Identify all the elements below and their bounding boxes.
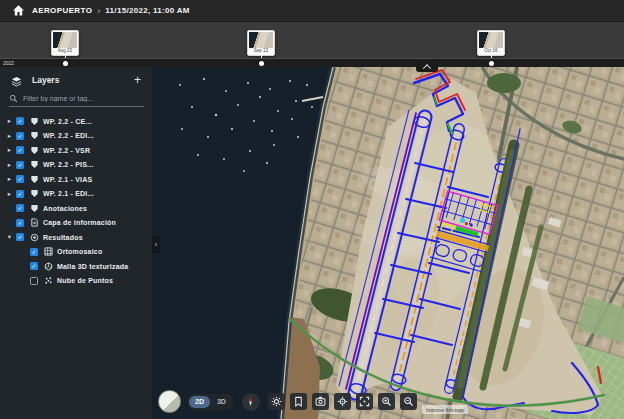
layer-checkbox[interactable]: ✓ [16,146,24,154]
layer-label: WP. 2.1 - EDI... [43,190,94,197]
layer-label: Anotaciones [43,205,87,212]
locate-button[interactable] [334,393,351,410]
locate-icon [337,396,348,407]
timeline-point-oct-16[interactable] [489,61,494,66]
layers-panel: Layers + ▸✓WP. 2.2 - CE...▸✓WP. 2.2 - ED… [0,67,152,419]
layer-icon [30,189,39,198]
map-canvas[interactable]: Improve this map [152,67,624,419]
zoom-in-button[interactable] [378,393,395,410]
layer-item-anotaciones[interactable]: ✓Anotaciones [0,201,152,216]
chevron-up-icon [423,64,431,72]
chevron-down-icon[interactable]: ▾ [5,233,14,241]
layer-checkbox[interactable]: ✓ [16,233,24,241]
layers-panel-title: Layers [32,75,59,85]
compass-icon [245,396,256,407]
timeline-track[interactable]: 2022 [0,58,624,67]
layer-label: WP. 2.2 - EDI... [43,132,94,139]
layer-item-nube-de-puntos[interactable]: Nube de Puntos [0,274,152,289]
layer-label: Nube de Puntos [57,277,113,284]
layer-checkbox[interactable]: ✓ [16,161,24,169]
map-attribution[interactable]: Improve this map [422,405,468,414]
satellite-map [152,67,624,419]
layer-item-wp-2-2-ce[interactable]: ▸✓WP. 2.2 - CE... [0,114,152,129]
add-layer-button[interactable]: + [132,75,143,85]
chevron-right-icon[interactable]: ▸ [5,175,14,183]
snapshot-card-sep-13[interactable]: Sep 13 [247,30,275,56]
layer-item-wp-2-1-vias[interactable]: ▸✓WP. 2.1 - VIAS [0,172,152,187]
mode-3d-button[interactable]: 3D [211,396,232,408]
basemap-toggle-button[interactable] [158,390,181,413]
breadcrumb-dataset-date: 11/15/2022, 11:00 AM [105,6,189,15]
timeline: Aug 20Sep 13Oct 16 2022 [0,22,624,67]
fit-view-button[interactable] [356,393,373,410]
mode-2d-button[interactable]: 2D [189,396,210,408]
layers-list: ▸✓WP. 2.2 - CE...▸✓WP. 2.2 - EDI...▸✓WP.… [0,114,152,288]
layer-filter [9,94,144,107]
snapshot-date-label: Sep 13 [249,48,273,54]
layer-checkbox[interactable]: ✓ [16,190,24,198]
chevron-right-icon[interactable]: ▸ [5,132,14,140]
layer-checkbox[interactable]: ✓ [16,219,24,227]
layer-checkbox[interactable]: ✓ [30,262,38,270]
layers-panel-icon [11,76,22,85]
breadcrumb-project[interactable]: AEROPUERTO [32,6,92,15]
layer-label: Malla 3D texturizada [57,263,128,270]
layer-label: Capa de información [43,219,116,226]
layer-icon [30,117,39,126]
breadcrumb-separator: › [97,6,100,16]
zoomin-icon [381,396,392,407]
layer-icon [30,131,39,140]
app-window: AEROPUERTO › 11/15/2022, 11:00 AM Aug 20… [0,0,624,419]
results-icon [30,233,39,242]
screenshot-button[interactable] [312,393,329,410]
layer-checkbox[interactable]: ✓ [16,117,24,125]
add-annotation-button[interactable] [290,393,307,410]
snapshot-card-oct-16[interactable]: Oct 16 [477,30,505,56]
snapshot-date-label: Aug 20 [53,48,77,54]
layer-icon [30,160,39,169]
map-toolbar: 2D 3D [158,390,417,413]
ortho-icon [44,247,53,256]
layer-item-wp-2-2-pis[interactable]: ▸✓WP. 2.2 - PIS... [0,158,152,173]
snapshot-card-aug-20[interactable]: Aug 20 [51,30,79,56]
fit-icon [359,396,370,407]
chevron-right-icon[interactable]: ▸ [5,146,14,154]
info-icon [30,218,39,227]
timeline-point-aug-20[interactable] [63,61,68,66]
chevron-right-icon[interactable]: ▸ [5,190,14,198]
snapshot-date-label: Oct 16 [479,48,503,54]
layer-label: WP. 2.1 - VIAS [43,176,92,183]
layer-checkbox[interactable]: ✓ [16,175,24,183]
toolbar-buttons [268,393,417,410]
layer-item-wp-2-1-edi[interactable]: ▸✓WP. 2.1 - EDI... [0,187,152,202]
layer-checkbox[interactable]: ✓ [16,204,24,212]
layer-item-malla-3d-texturizada[interactable]: ✓Malla 3D texturizada [0,259,152,274]
timeline-point-sep-13[interactable] [259,61,264,66]
layer-item-capa-de-informaci-n[interactable]: ✓Capa de información [0,216,152,231]
layer-item-ortomosaico[interactable]: ✓Ortomosaico [0,245,152,260]
timeline-year-label: 2022 [3,60,14,66]
layer-item-resultados[interactable]: ▾✓Resultados [0,230,152,245]
sidebar-collapse-button[interactable]: ‹ [152,236,160,253]
layer-icon [30,175,39,184]
layer-item-wp-2-2-edi[interactable]: ▸✓WP. 2.2 - EDI... [0,129,152,144]
layer-checkbox[interactable]: ✓ [30,248,38,256]
chevron-right-icon[interactable]: ▸ [5,117,14,125]
home-icon[interactable] [12,4,25,17]
layer-item-wp-2-2-vsr[interactable]: ▸✓WP. 2.2 - VSR [0,143,152,158]
camera-icon [315,396,326,407]
zoom-out-button[interactable] [400,393,417,410]
chevron-right-icon[interactable]: ▸ [5,161,14,169]
timeline-collapse-button[interactable] [416,61,438,72]
layer-label: Resultados [43,234,83,241]
mesh-icon [44,262,53,271]
snapshot-thumbnail [479,32,503,48]
layer-checkbox[interactable]: ✓ [16,132,24,140]
bookmark-icon [293,396,304,407]
compass-button[interactable] [242,393,260,411]
layer-checkbox[interactable] [30,277,38,285]
layer-label: WP. 2.2 - PIS... [43,161,94,168]
settings-icon [271,396,282,407]
settings-button[interactable] [268,393,285,410]
layer-filter-input[interactable] [23,95,144,102]
